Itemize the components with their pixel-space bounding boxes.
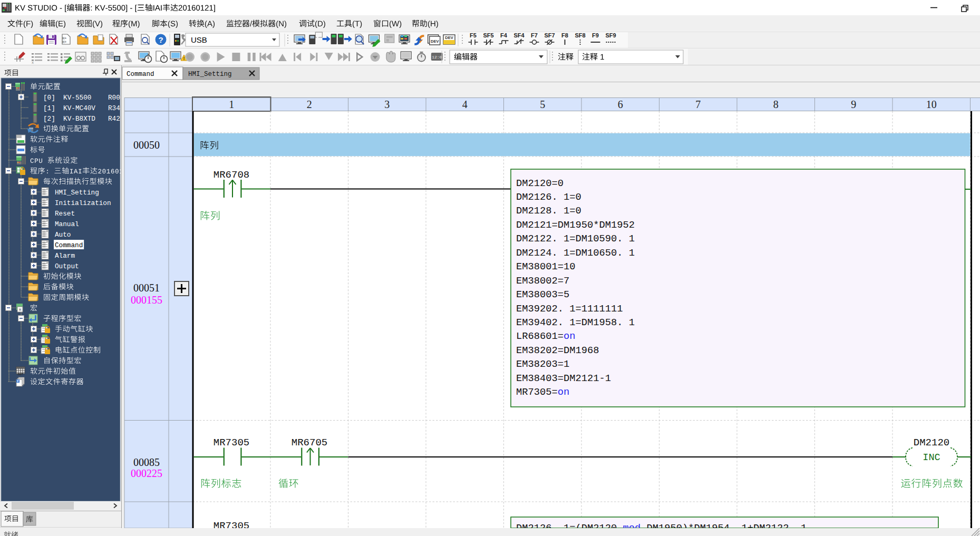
- svg-text:F5: F5: [470, 32, 477, 38]
- svg-text:DM2122. 1=DM10590. 1: DM2122. 1=DM10590. 1: [516, 233, 635, 245]
- svg-text:SF7: SF7: [544, 32, 555, 38]
- svg-text:DM2124. 1=DM10650. 1: DM2124. 1=DM10650. 1: [516, 247, 635, 259]
- svg-text:Command: Command: [127, 71, 154, 78]
- svg-text:EM38001=10: EM38001=10: [516, 261, 576, 272]
- svg-text:Auto: Auto: [55, 231, 71, 239]
- svg-text:Output: Output: [55, 262, 79, 270]
- svg-text:MR6705: MR6705: [292, 437, 327, 449]
- svg-text:[2] KV-B8XTD: [2] KV-B8XTD: [43, 115, 95, 123]
- svg-text:DM2120=0: DM2120=0: [516, 178, 564, 189]
- svg-text:F9: F9: [592, 32, 599, 38]
- svg-text:EM38202=DM1968: EM38202=DM1968: [516, 345, 599, 356]
- svg-text:9: 9: [851, 99, 856, 110]
- svg-text:Manual: Manual: [55, 220, 79, 228]
- svg-text:F: F: [17, 379, 19, 383]
- svg-text:00050: 00050: [133, 139, 160, 151]
- svg-text:00085: 00085: [133, 456, 160, 468]
- svg-text:EM38002=7: EM38002=7: [516, 275, 569, 287]
- svg-text:USB: USB: [191, 35, 207, 44]
- svg-text:Command: Command: [55, 241, 83, 249]
- svg-text:SF9: SF9: [605, 32, 616, 38]
- svg-text:DEV: DEV: [445, 35, 453, 40]
- svg-text:Reset: Reset: [55, 210, 75, 218]
- svg-text:DM2120: DM2120: [914, 437, 949, 449]
- svg-text:HMI_Setting: HMI_Setting: [55, 189, 99, 197]
- svg-text:000155: 000155: [131, 294, 162, 306]
- svg-text:6: 6: [618, 99, 623, 110]
- svg-text:!: !: [183, 56, 185, 61]
- svg-text:F7: F7: [531, 32, 538, 38]
- svg-text:8: 8: [773, 99, 779, 110]
- svg-text:3: 3: [384, 99, 390, 110]
- svg-text:on: on: [558, 386, 570, 398]
- svg-text:DEV: DEV: [431, 39, 439, 44]
- svg-text:EM39402. 1=DM1958. 1: EM39402. 1=DM1958. 1: [516, 317, 635, 328]
- svg-text:F4: F4: [500, 32, 508, 38]
- svg-text:Initialization: Initialization: [55, 199, 111, 207]
- svg-text:MR6708: MR6708: [214, 169, 249, 181]
- svg-text:00051: 00051: [133, 282, 160, 294]
- svg-text:DM2121=DM1950*DM1952: DM2121=DM1950*DM1952: [516, 219, 635, 231]
- svg-text:DM2126. 1=0: DM2126. 1=0: [516, 191, 581, 203]
- svg-text:EM39202. 1=1111111: EM39202. 1=1111111: [516, 303, 623, 315]
- svg-text:DM2128. 1=0: DM2128. 1=0: [516, 205, 581, 217]
- svg-text:INIT: INIT: [18, 373, 24, 376]
- svg-text:EM38003=5: EM38003=5: [516, 289, 569, 300]
- svg-text:7: 7: [695, 99, 701, 110]
- svg-text:LR68601=: LR68601=: [516, 330, 564, 342]
- svg-text:EM38203=1: EM38203=1: [516, 358, 569, 370]
- svg-text:12:0: 12:0: [432, 55, 442, 60]
- svg-text:INC: INC: [923, 452, 940, 463]
- svg-text:H+: H+: [62, 40, 66, 44]
- svg-text:5: 5: [540, 99, 545, 110]
- svg-text:MR7305: MR7305: [214, 437, 249, 449]
- svg-text:R34: R34: [108, 104, 120, 112]
- svg-text:EM38403=DM2121-1: EM38403=DM2121-1: [516, 373, 611, 384]
- svg-text:4: 4: [462, 99, 468, 110]
- svg-text:H: H: [19, 308, 21, 312]
- svg-text:10: 10: [926, 99, 937, 110]
- svg-text:MR7305=: MR7305=: [516, 386, 558, 398]
- svg-text:R42: R42: [108, 115, 120, 123]
- svg-text:[0] KV-5500: [0] KV-5500: [43, 94, 91, 102]
- svg-text:SF5: SF5: [483, 32, 493, 38]
- svg-text:SF8: SF8: [575, 32, 585, 38]
- svg-text:x: x: [32, 60, 34, 65]
- svg-text:?: ?: [158, 35, 163, 44]
- svg-text:[1] KV-MC40V: [1] KV-MC40V: [43, 104, 95, 112]
- svg-text:R00: R00: [108, 94, 120, 102]
- svg-text:2: 2: [307, 99, 312, 110]
- svg-text:SF4: SF4: [513, 32, 525, 38]
- svg-text:F8: F8: [561, 32, 568, 38]
- svg-text:1: 1: [229, 99, 234, 110]
- svg-text:Alarm: Alarm: [55, 252, 75, 260]
- svg-text:on: on: [564, 330, 576, 342]
- svg-text:HMI_Setting: HMI_Setting: [188, 71, 232, 78]
- svg-text:000225: 000225: [131, 467, 162, 479]
